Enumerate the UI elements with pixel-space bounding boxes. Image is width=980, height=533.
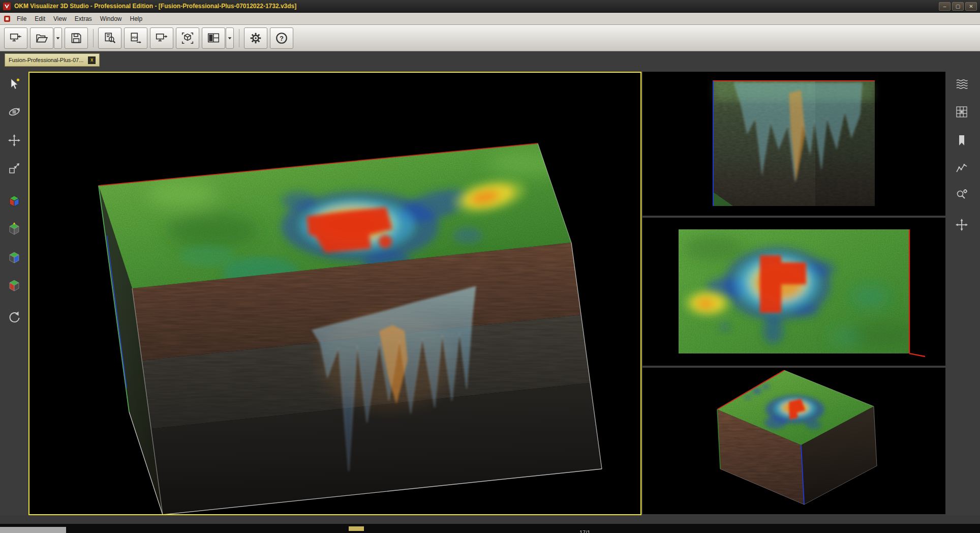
timeline-marker[interactable]: [349, 526, 364, 531]
tab-label: Fusion-Professional-Plus-07...: [9, 57, 83, 63]
frame-counter: 17/1: [579, 529, 590, 533]
settings-button[interactable]: [244, 27, 267, 49]
tab-close-button[interactable]: x: [88, 56, 96, 64]
help-icon: ?: [275, 32, 288, 45]
pan-arrows-icon: [955, 218, 968, 231]
close-button[interactable]: ✕: [965, 2, 977, 11]
menu-edit[interactable]: Edit: [30, 14, 49, 24]
menu-extras[interactable]: Extras: [71, 14, 96, 24]
window-controls: – ▢ ✕: [939, 2, 977, 11]
reset-rotation-tool[interactable]: [4, 307, 24, 327]
open-file-button[interactable]: [30, 27, 53, 49]
layout-icon: [207, 32, 220, 45]
view-layer-top-tool[interactable]: [4, 219, 24, 239]
view-layer-front-tool[interactable]: [4, 275, 24, 295]
main-3d-render: [29, 73, 640, 514]
bookmarks-tool[interactable]: [952, 130, 972, 151]
minimize-button[interactable]: –: [939, 2, 951, 11]
menu-bar: File Edit View Extras Window Help: [0, 13, 980, 25]
select-pointer-tool[interactable]: [4, 74, 24, 94]
toolbar-separator: [93, 29, 94, 47]
pdf-export-icon: PDF: [129, 32, 142, 45]
open-file-options-button[interactable]: [54, 27, 62, 49]
cube-rgb-icon: [8, 194, 21, 208]
pointer-icon: [8, 77, 21, 91]
document-icon: [4, 15, 11, 22]
top-view-panel[interactable]: [642, 218, 945, 366]
screen-export-icon: [155, 32, 168, 45]
isometric-view-panel[interactable]: [642, 368, 945, 514]
main-toolbar: PDF: [0, 25, 980, 51]
cube-side-layer-icon: [8, 251, 21, 264]
svg-text:?: ?: [280, 34, 284, 42]
preview-zoom-icon: [103, 32, 116, 45]
app-logo-icon: [3, 3, 11, 10]
view-layer-side-tool[interactable]: [4, 247, 24, 268]
toolbar-separator: [239, 29, 239, 47]
export-pdf-button[interactable]: PDF: [124, 27, 147, 49]
timeline-bar[interactable]: 17/1: [0, 524, 980, 533]
window-layout-options-button[interactable]: [226, 27, 234, 49]
main-3d-viewport[interactable]: [28, 72, 641, 515]
import-scan-button[interactable]: [4, 27, 27, 49]
side-view-panel[interactable]: [642, 72, 945, 216]
title-bar: OKM Visualizer 3D Studio - Professional …: [0, 0, 980, 13]
orbit-icon: [8, 105, 21, 119]
top-view-render: [642, 218, 945, 366]
signal-line-icon: [955, 162, 968, 175]
view-3d-button[interactable]: [176, 27, 199, 49]
print-preview-button[interactable]: [98, 27, 121, 49]
document-tab[interactable]: Fusion-Professional-Plus-07... x: [5, 53, 100, 67]
folder-icon: [35, 32, 48, 45]
window-title: OKM Visualizer 3D Studio - Professional …: [14, 3, 296, 10]
magnifier-gear-icon: [955, 188, 968, 201]
soil-layers-icon: [955, 77, 968, 91]
signal-path-tool[interactable]: [952, 158, 972, 179]
cube-top-layer-icon: [8, 222, 21, 235]
chevron-down-icon: [227, 36, 232, 41]
export-screenshot-button[interactable]: [150, 27, 173, 49]
chevron-down-icon: [55, 36, 60, 41]
bookmark-icon: [955, 134, 968, 147]
orbit-rotate-tool[interactable]: [4, 102, 24, 122]
resize-icon: [8, 162, 21, 175]
move-arrows-icon: [8, 134, 21, 147]
menu-view[interactable]: View: [49, 14, 71, 24]
isometric-view-render: [642, 368, 945, 514]
pan-view-tool[interactable]: [952, 215, 972, 235]
rotate-reset-icon: [8, 310, 21, 323]
import-scan-icon: [9, 32, 22, 45]
status-area: 17/1: [0, 515, 980, 533]
cube-front-layer-icon: [8, 279, 21, 292]
grid-icon: [955, 105, 968, 119]
soil-layers-tool[interactable]: [952, 74, 972, 94]
view-3d-solid-tool[interactable]: [4, 191, 24, 211]
help-button[interactable]: ?: [270, 27, 293, 49]
window-layout-button[interactable]: [202, 27, 225, 49]
menu-file[interactable]: File: [13, 14, 30, 24]
gear-icon: [249, 32, 262, 45]
cube-3d-icon: [181, 32, 194, 45]
grid-lines-tool[interactable]: [952, 102, 972, 122]
timeline-scrollbar[interactable]: [0, 527, 66, 533]
svg-text:PDF: PDF: [132, 36, 138, 39]
pan-move-tool[interactable]: [4, 130, 24, 151]
save-icon: [70, 32, 83, 45]
document-tab-bar: Fusion-Professional-Plus-07... x: [0, 51, 980, 67]
maximize-button[interactable]: ▢: [952, 2, 964, 11]
workspace: [0, 67, 980, 515]
view-options-tool[interactable]: [952, 185, 972, 205]
menu-window[interactable]: Window: [96, 14, 126, 24]
scale-view-tool[interactable]: [4, 158, 24, 179]
menu-help[interactable]: Help: [126, 14, 147, 24]
save-file-button[interactable]: [65, 27, 88, 49]
side-view-render: [642, 72, 945, 216]
